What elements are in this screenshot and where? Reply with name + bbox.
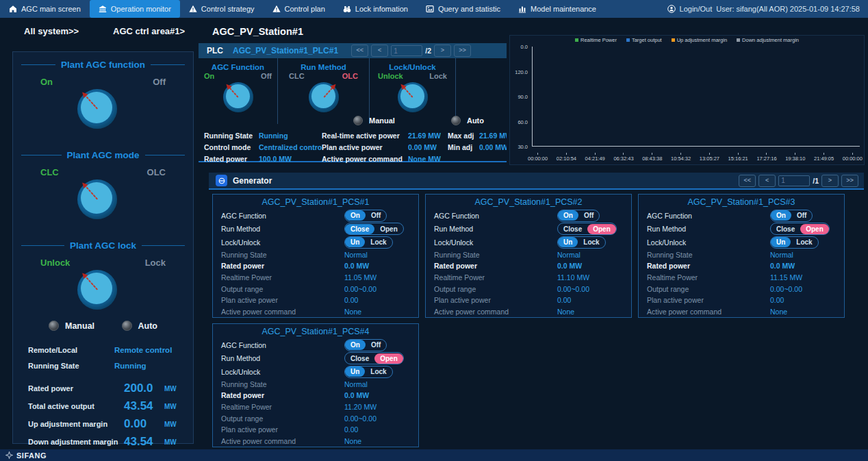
agc-function-toggle[interactable]: On Off [770, 210, 813, 222]
stat-unit: MW [164, 438, 177, 446]
plan-active-power-value: 0.00 [344, 425, 358, 434]
user-info: User: sifang(All AOR) 2025-01-09 14:27:5… [716, 5, 860, 13]
pcs-card-title[interactable]: AGC_PV_Station#1_PCS#2 [434, 197, 623, 207]
rotary-knob[interactable] [398, 82, 428, 112]
active-power-command-value: None [344, 437, 361, 445]
nav-item-label: AGC main screen [21, 5, 81, 13]
lock-unlock-toggle[interactable]: Un Lock [770, 236, 819, 249]
rotary-knob[interactable] [77, 89, 117, 129]
nav-item-model-maintenance[interactable]: Model maintenance [509, 0, 605, 18]
run-method-toggle[interactable]: Close Open [770, 223, 830, 235]
option-left-label: On [204, 72, 214, 80]
auto-radio[interactable] [122, 321, 132, 331]
running-state-value: Normal [557, 251, 580, 259]
row-label: Run Method [221, 225, 344, 233]
rotary-knob[interactable] [77, 270, 117, 310]
pcs-card: AGC_PV_Station#1_PCS#4 AGC Function On O… [212, 323, 419, 447]
group-title: AGC Function [199, 63, 277, 71]
x-axis-tick-label: 19:38:10 [785, 153, 805, 162]
manual-radio-group: Manual [49, 321, 94, 331]
y-axis-tick-label: 60.0 [518, 119, 528, 125]
option-left-label: Unlock [40, 258, 70, 268]
plc-stat-value: Centralized control [259, 141, 322, 153]
realtime-power-value: 11.15 MW [770, 273, 802, 282]
option-right-label: Off [261, 72, 272, 80]
rotary-knob[interactable] [309, 82, 339, 112]
auto-radio[interactable] [451, 116, 461, 125]
info-label: Running State [28, 362, 114, 370]
pcs-card-title[interactable]: AGC_PV_Station#1_PCS#4 [221, 327, 410, 336]
prev-page-button[interactable]: < [371, 45, 388, 57]
page-number-input[interactable] [778, 175, 810, 186]
y-axis-tick-label: 0.0 [521, 44, 528, 50]
row-label: Running State [434, 251, 557, 259]
pcs-card-title[interactable]: AGC_PV_Station#1_PCS#3 [647, 197, 836, 207]
lock-unlock-toggle[interactable]: Un Lock [344, 366, 393, 378]
nav-item-operation-monitor[interactable]: Operation monitor [90, 0, 180, 18]
rated-power-value: 0.0 MW [770, 262, 795, 270]
run-method-toggle[interactable]: Close Open [344, 223, 404, 235]
breadcrumb-agc-ctrl-area[interactable]: AGC ctrl area#1> [113, 26, 185, 36]
nav-item-agc-main-screen[interactable]: AGC main screen [0, 0, 90, 18]
auto-radio-label: Auto [467, 116, 484, 125]
row-label: Realtime Power [647, 273, 770, 282]
x-axis-tick-label: 00:00:00 [528, 153, 548, 162]
plc-stat-value: 100.0 MW [259, 153, 322, 164]
plc-stat-label: Max adj [448, 129, 479, 141]
next-page-button[interactable]: > [434, 45, 451, 57]
next-page-button[interactable]: > [821, 175, 839, 187]
user-area: Login/Out User: sifang(All AOR) 2025-01-… [667, 5, 868, 13]
legend-swatch [737, 38, 740, 42]
section-title: Plant AGC lock [70, 240, 136, 251]
nav-item-lock-information[interactable]: Lock infomation [334, 0, 417, 18]
x-axis-tick-label: 21:49:05 [814, 153, 834, 162]
pcs-card-title[interactable]: AGC_PV_Station#1_PCS#1 [221, 197, 410, 207]
breadcrumb-station[interactable]: AGC_PV_Station#1 [212, 26, 303, 37]
nav-item-label: Operation monitor [111, 5, 171, 13]
first-page-button[interactable]: << [351, 45, 368, 57]
legend-label: Realtime Power [580, 37, 617, 43]
stat-label: Total active output [28, 402, 124, 410]
prev-page-button[interactable]: < [758, 175, 776, 187]
plant-stat-row: Up adjustment margin 0.00 MW [28, 415, 193, 433]
divider [151, 64, 185, 65]
nav-item-query-and-statistic[interactable]: Query and statistic [417, 0, 509, 18]
login-link[interactable]: Login/Out [680, 5, 713, 13]
warning-icon [272, 5, 281, 13]
rotary-knob[interactable] [223, 82, 253, 112]
manual-radio[interactable] [353, 116, 363, 125]
active-power-command-value: None [557, 308, 574, 316]
last-page-button[interactable]: >> [454, 45, 471, 57]
run-method-toggle[interactable]: Close Open [557, 223, 617, 235]
knob-needle [228, 86, 238, 97]
x-axis-tick-label: 08:43:38 [642, 153, 662, 162]
nav-item-control-plan[interactable]: Control plan [264, 0, 334, 18]
manual-radio[interactable] [49, 321, 59, 331]
agc-function-toggle[interactable]: On Off [344, 210, 387, 222]
agc-function-toggle[interactable]: On Off [557, 210, 600, 222]
plant-stat-row: Rated power 200.0 MW [28, 379, 193, 397]
legend-label: Target output [632, 37, 662, 43]
nav-item-label: Model maintenance [531, 5, 596, 13]
lock-unlock-toggle[interactable]: Un Lock [344, 236, 393, 249]
info-value: Remote control [114, 346, 172, 354]
plant-info-row: Remote/Local Remote control [28, 342, 193, 358]
agc-function-toggle[interactable]: On Off [344, 339, 387, 351]
breadcrumb-all-system[interactable]: All system>> [24, 26, 79, 36]
stat-label: Down adjustment margin [28, 438, 124, 446]
last-page-button[interactable]: >> [841, 175, 858, 187]
row-label: Realtime Power [434, 273, 557, 282]
x-axis-tick-label: 00:00:00 [843, 153, 863, 162]
page-number-input[interactable] [391, 45, 422, 56]
generator-title: Generator [233, 176, 272, 186]
rotary-knob[interactable] [77, 179, 117, 219]
nav-item-control-strategy[interactable]: Control strategy [180, 0, 264, 18]
lock-unlock-toggle[interactable]: Un Lock [557, 236, 606, 249]
row-label: Rated power [434, 262, 557, 270]
run-method-toggle[interactable]: Close Open [344, 352, 404, 364]
plan-active-power-value: 0.00 [770, 296, 784, 304]
stat-label: Rated power [28, 384, 124, 393]
auto-radio-group: Auto [122, 321, 157, 331]
run-method-group: Run Method CLC OLC [278, 58, 370, 124]
first-page-button[interactable]: << [739, 175, 756, 187]
